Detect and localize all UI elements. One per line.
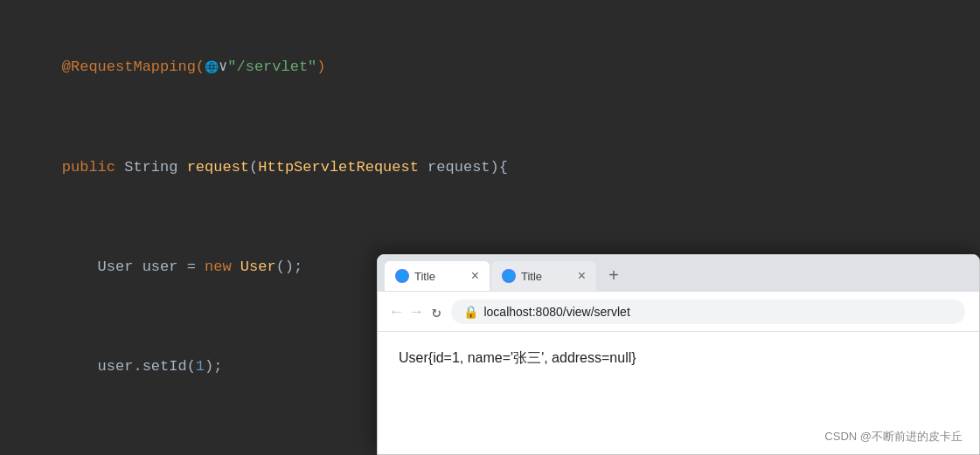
browser-tabs-bar: 🌐 Title × 🌐 Title × + (378, 255, 979, 292)
tab-title-2: Title (521, 270, 569, 283)
address-bar-container: ← → ↻ 🔒 localhost:8080/view/servlet (378, 292, 979, 332)
tab-title-1: Title (414, 270, 462, 283)
back-button[interactable]: ← (392, 303, 401, 321)
tab-close-1[interactable]: × (471, 268, 479, 284)
code-editor: @RequestMapping(🌐∨"/servlet") public Str… (0, 0, 980, 455)
tab-close-2[interactable]: × (578, 268, 586, 284)
browser-tab-2[interactable]: 🌐 Title × (491, 261, 596, 291)
forward-button[interactable]: → (412, 303, 421, 321)
url-text: localhost:8080/view/servlet (483, 305, 629, 319)
annotation-token: @RequestMapping( (62, 59, 205, 75)
code-line-1: @RequestMapping(🌐∨"/servlet") (26, 17, 954, 118)
lock-icon: 🔒 (463, 305, 478, 319)
tab-icon-2: 🌐 (502, 269, 516, 283)
new-tab-button[interactable]: + (601, 264, 626, 288)
reload-button[interactable]: ↻ (432, 302, 441, 321)
globe-icon: 🌐 (205, 61, 219, 74)
code-line-2: public String request(HttpServletRequest… (26, 118, 954, 217)
browser-window: 🌐 Title × 🌐 Title × + ← → ↻ 🔒 localhost:… (377, 254, 980, 455)
browser-tab-1[interactable]: 🌐 Title × (385, 261, 490, 291)
url-bar[interactable]: 🔒 localhost:8080/view/servlet (451, 300, 965, 324)
tab-icon-1: 🌐 (395, 269, 409, 283)
page-output: User{id=1, name='张三', address=null} (399, 350, 636, 365)
watermark: CSDN @不断前进的皮卡丘 (824, 429, 963, 445)
